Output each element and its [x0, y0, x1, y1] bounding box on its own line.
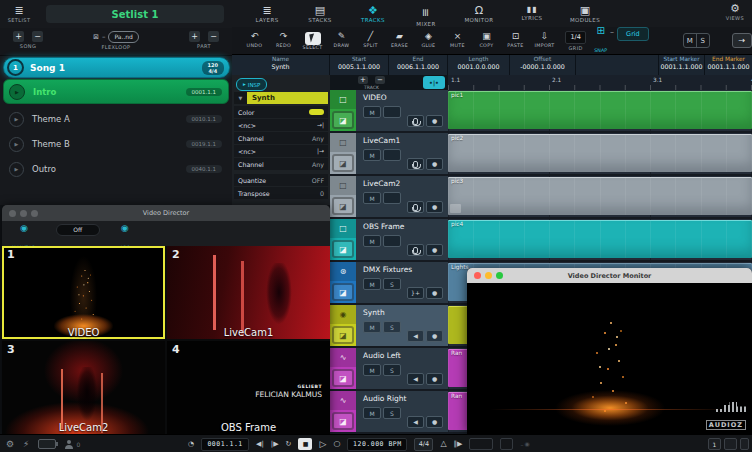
- track-mute-button[interactable]: M: [363, 321, 381, 333]
- inspector-row-nc[interactable]: <nc>|→: [234, 145, 328, 157]
- part-play-icon[interactable]: ▶: [9, 112, 24, 127]
- inspector-row-nc[interactable]: <nc>→|: [234, 119, 328, 131]
- bar-count-box[interactable]: 1: [708, 438, 721, 450]
- clip-fade-handle[interactable]: [450, 204, 461, 213]
- song-item[interactable]: 1 Song 1 120 4/4: [3, 57, 230, 78]
- clip-launch-button[interactable]: ◪: [332, 283, 354, 301]
- track-solo-button[interactable]: S: [383, 407, 401, 419]
- setlist-button[interactable]: ≣ SETLIST: [0, 5, 38, 23]
- track-mute-button[interactable]: M: [363, 407, 381, 419]
- grid-control[interactable]: 1/4 GRID: [565, 31, 586, 51]
- tool-select[interactable]: SELECT: [298, 32, 327, 50]
- track-record-button[interactable]: ●: [426, 244, 443, 256]
- tempo-display[interactable]: 120.000 BPM: [347, 438, 407, 451]
- clip-launch-button[interactable]: ◪: [332, 111, 354, 129]
- record-button[interactable]: ○: [333, 440, 340, 448]
- part-item-theme-b[interactable]: ▶Theme B0019.1.1: [4, 135, 228, 153]
- track-solo-button[interactable]: S: [383, 364, 401, 376]
- clip-launch-button[interactable]: ◪: [332, 197, 354, 215]
- tab-stacks[interactable]: ▤STACKS: [301, 5, 339, 23]
- mic-button[interactable]: [407, 201, 424, 213]
- tool-erase[interactable]: ▰ERASE: [385, 32, 414, 50]
- part-play-icon[interactable]: ▶: [9, 84, 25, 100]
- track-record-button[interactable]: ●: [426, 115, 443, 127]
- speaker-button[interactable]: ◀: [407, 416, 424, 428]
- clip-launch-button[interactable]: ◪: [332, 154, 354, 172]
- track-row-audio-right[interactable]: ∿◪Audio RightMS◀●: [330, 391, 448, 434]
- remove-track-button[interactable]: −: [375, 76, 385, 84]
- timeline-track-row[interactable]: pic3: [448, 176, 752, 219]
- stop-button[interactable]: ■: [298, 438, 312, 450]
- add-part-button[interactable]: +: [189, 31, 200, 42]
- tool-copy[interactable]: ▣COPY: [472, 32, 501, 50]
- inspector-dropdown-button[interactable]: ▼: [234, 92, 247, 104]
- track-row-livecam1[interactable]: □◪LiveCam1M●: [330, 133, 448, 176]
- part-item-theme-a[interactable]: ▶Theme A0010.1.1: [4, 110, 228, 128]
- timeline-track-row[interactable]: pic1: [448, 90, 752, 133]
- video-preview-video[interactable]: 1VIDEO: [2, 246, 165, 339]
- solo-button[interactable]: S: [697, 34, 709, 47]
- inspector-row-color[interactable]: Color: [234, 106, 328, 118]
- dmx-patch-button[interactable]: }+: [407, 287, 424, 299]
- track-record-button[interactable]: ●: [426, 158, 443, 170]
- metronome-icon[interactable]: △: [440, 440, 446, 448]
- mute-button[interactable]: M: [684, 34, 697, 47]
- inspector-row-channel[interactable]: ChannelAny: [234, 132, 328, 144]
- track-tools-button[interactable]: •|•: [423, 76, 445, 89]
- tool-glue[interactable]: ◈GLUE: [414, 32, 443, 50]
- track-row-audio-left[interactable]: ∿◪Audio LeftMS◀●: [330, 348, 448, 391]
- monitor-titlebar[interactable]: Video Director Monitor: [467, 268, 752, 283]
- inspector-row-quantize[interactable]: QuantizeOFF: [234, 174, 328, 186]
- settings-gear-icon[interactable]: ⚙: [6, 440, 14, 449]
- part-play-icon[interactable]: ▶: [9, 137, 24, 152]
- track-mute-button[interactable]: M: [363, 364, 381, 376]
- transport-input-1[interactable]: [469, 438, 493, 450]
- add-track-button[interactable]: +: [358, 76, 368, 84]
- inspector-track-name[interactable]: Synth: [247, 92, 328, 104]
- inspector-toggle-button[interactable]: ▸ INSP: [236, 78, 267, 91]
- track-solo-button[interactable]: [383, 192, 401, 204]
- track-record-button[interactable]: ●: [426, 330, 443, 342]
- track-solo-button[interactable]: [383, 149, 401, 161]
- clip-pic4[interactable]: pic4: [448, 220, 752, 258]
- track-record-button[interactable]: ●: [426, 287, 443, 299]
- info-field-end[interactable]: End0006.1.1.000: [389, 55, 448, 75]
- transport-box-3[interactable]: [740, 438, 749, 450]
- info-field-start[interactable]: Start0005.1.1.000: [330, 55, 389, 75]
- tab-layers[interactable]: ≣LAYERS: [248, 5, 286, 23]
- random-switch-value[interactable]: Off: [56, 224, 100, 236]
- snap-control[interactable]: ⊞ SNAP – Grid: [594, 26, 648, 56]
- inspector-row-channel[interactable]: ChannelAny: [234, 158, 328, 170]
- track-record-button[interactable]: ●: [426, 416, 443, 428]
- track-row-synth[interactable]: ◉◪SynthMS◀●: [330, 305, 448, 348]
- tool-draw[interactable]: ✎DRAW: [327, 32, 356, 50]
- mic-button[interactable]: [407, 115, 424, 127]
- snap-mode[interactable]: Grid: [617, 27, 649, 41]
- skip-forward-icon[interactable]: |▶: [271, 441, 279, 448]
- start-marker-field[interactable]: Start Marker 0001.1.1.000: [658, 55, 705, 75]
- tool-import[interactable]: ⇩IMPORT: [530, 32, 559, 50]
- clip-launch-button[interactable]: ◪: [332, 369, 354, 387]
- tool-split[interactable]: ╱SPLIT: [356, 32, 385, 50]
- remove-part-button[interactable]: −: [208, 31, 219, 42]
- timeline-track-row[interactable]: pic4: [448, 219, 752, 262]
- tab-mixer[interactable]: ≡MIXER: [407, 1, 445, 27]
- clip-pic2[interactable]: pic2: [448, 134, 752, 172]
- track-row-livecam2[interactable]: □◪LiveCam2M●: [330, 176, 448, 219]
- info-field-length[interactable]: Length0001.0.0.000: [448, 55, 510, 75]
- info-field-offset[interactable]: Offset-0000.1.0.000: [510, 55, 576, 75]
- time-signature-display[interactable]: 4/4: [414, 438, 433, 451]
- part-item-intro[interactable]: ▶Intro0001.1.1: [3, 79, 229, 104]
- flexloop-value[interactable]: Pa..nd: [108, 31, 138, 43]
- autoscroll-icon[interactable]: ∥▶: [454, 441, 463, 448]
- track-solo-button[interactable]: S: [383, 278, 401, 290]
- track-solo-button[interactable]: [383, 235, 401, 247]
- track-row-dmx-fixtures[interactable]: ⊛◪DMX FixturesMS}+●: [330, 262, 448, 305]
- clip-launch-button[interactable]: ◪: [332, 412, 354, 430]
- track-mute-button[interactable]: M: [363, 278, 381, 290]
- setlist-title[interactable]: Setlist 1: [46, 5, 224, 23]
- skip-back-icon[interactable]: ◀|: [256, 441, 264, 448]
- tab-lyrics[interactable]: ▮▮LYRICS: [513, 6, 551, 21]
- add-song-button[interactable]: +: [13, 31, 24, 42]
- inspector-row-transpose[interactable]: Transpose0: [234, 187, 328, 199]
